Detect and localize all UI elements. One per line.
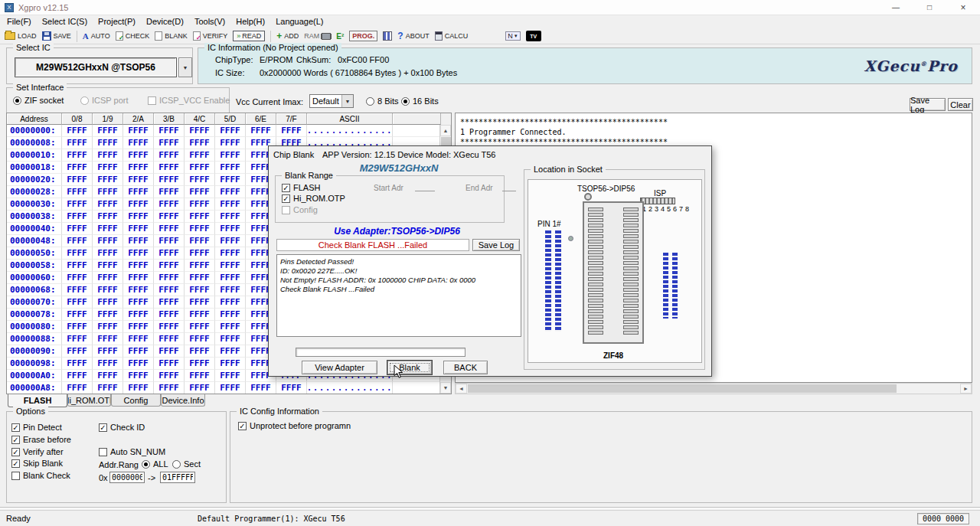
menu-item[interactable]: File(F)	[2, 15, 37, 28]
flash-checkbox[interactable]: FLASH	[282, 183, 320, 192]
hex-cell: FFFF	[185, 260, 215, 272]
tab-device-info[interactable]: Device.Info	[161, 394, 205, 407]
hex-column-header: 4/C	[185, 113, 215, 125]
verify-button[interactable]: ✓ VERIFY	[193, 29, 228, 43]
back-button[interactable]: BACK	[443, 361, 488, 374]
hex-address: 00000018:	[7, 162, 62, 174]
ic-dropdown-button[interactable]: ▼	[178, 57, 192, 77]
auto-label: AUTO	[91, 32, 110, 40]
auto-sn-checkbox[interactable]: Auto SN_NUM	[99, 447, 165, 456]
language-switch-button[interactable]: N ▼	[505, 29, 520, 43]
ic-info-group: IC Information (No Project opened) ChipT…	[198, 47, 972, 84]
checkbox-icon	[11, 423, 20, 432]
bits8-radio[interactable]: 8 Bits	[366, 96, 399, 106]
vcc-current-value: Default	[310, 96, 341, 106]
ram-button[interactable]: RAM	[304, 29, 331, 43]
scroll-down-icon[interactable]: ▼	[440, 382, 451, 394]
tab-config[interactable]: Config	[111, 394, 161, 407]
addr-from-input[interactable]	[109, 472, 145, 483]
hirom-checkbox[interactable]: Hi_ROM.OTP	[282, 194, 345, 203]
pin-detect-checkbox[interactable]: Pin Detect	[11, 423, 62, 432]
minimize-button[interactable]: —	[879, 0, 913, 15]
zif48-label: ZIF48	[603, 351, 623, 360]
menu-item[interactable]: Select IC(S)	[37, 15, 93, 28]
log-horizontal-scrollbar[interactable]: ◄ ►	[455, 383, 972, 394]
addr-sect-radio[interactable]: Sect	[172, 459, 201, 469]
unprotect-checkbox[interactable]: Unprotect before programn	[238, 421, 351, 430]
menu-item[interactable]: Device(D)	[141, 15, 189, 28]
skip-blank-checkbox[interactable]: Skip Blank	[11, 459, 63, 468]
verify-after-checkbox[interactable]: Verify after	[11, 447, 64, 456]
hex-cell: FFFF	[93, 149, 123, 162]
read-button[interactable]: » READ	[233, 31, 265, 41]
hex-cell: FFFF	[123, 296, 154, 309]
pin1-label: PIN 1#	[537, 220, 561, 228]
statusbar-divider	[0, 507, 980, 509]
menu-item[interactable]: Project(P)	[93, 15, 141, 28]
vcc-current-dropdown[interactable]: Default ▼	[309, 94, 354, 108]
save-log-button[interactable]: Save Log	[910, 98, 946, 111]
load-button[interactable]: LOAD	[5, 29, 37, 43]
menu-item[interactable]: Language(L)	[270, 15, 328, 28]
zif-slot	[588, 288, 603, 292]
zif-socket-radio[interactable]: ZIF socket	[13, 96, 64, 105]
hex-cell: FFFF	[215, 260, 246, 272]
hex-cell: FFFF	[154, 333, 185, 345]
scrollbar-thumb[interactable]	[468, 384, 897, 393]
scroll-left-icon[interactable]: ◄	[456, 384, 467, 394]
scroll-right-icon[interactable]: ►	[960, 384, 972, 394]
zif-slot	[588, 256, 603, 260]
right-pin-array-icon	[663, 253, 678, 319]
hex-cell: FFFF	[215, 137, 246, 149]
about-button[interactable]: ? ABOUT	[397, 29, 429, 43]
clear-button[interactable]: Clear	[948, 98, 973, 111]
socket-group-title: Location in Socket	[531, 165, 606, 174]
logo-main: XGecu	[864, 57, 920, 74]
dialog-save-log-button[interactable]: Save Log	[472, 239, 520, 251]
hex-cell: FFFF	[185, 333, 215, 345]
hex-cell: FFFF	[123, 309, 154, 321]
hex-cell: FFFF	[62, 247, 93, 260]
hex-cell: FFFF	[154, 198, 185, 211]
blank-check-checkbox[interactable]: Blank Check	[11, 471, 70, 480]
blank-button[interactable]: BLANK	[155, 29, 188, 43]
hex-cell: FFFF	[215, 162, 246, 174]
hex-cell: FFFF	[93, 309, 123, 321]
close-button[interactable]: ×	[946, 0, 980, 15]
scroll-up-icon[interactable]: ▲	[440, 125, 451, 136]
tv-button[interactable]: TV	[526, 31, 541, 41]
start-adr-label: Start Adr	[374, 184, 403, 192]
hex-cell: FFFF	[185, 358, 215, 370]
blank-check-label: Blank Check	[23, 471, 70, 480]
calcu-button[interactable]: CALCU	[435, 29, 469, 43]
addr-to-input[interactable]	[160, 472, 195, 483]
eeprom-button[interactable]: E²	[336, 29, 344, 43]
log-line: ****************************************…	[460, 117, 967, 127]
check-button[interactable]: ✓ CHECK	[116, 29, 150, 43]
hex-column-header: ASCII	[307, 113, 393, 125]
tab-flash[interactable]: FLASH	[8, 394, 67, 407]
socket-location-group: Location in Socket TSOP56->DIP56 ISP 123…	[524, 169, 705, 370]
maximize-button[interactable]: □	[913, 0, 946, 15]
save-button[interactable]: SAVE	[42, 29, 71, 43]
checkbox-icon	[238, 422, 247, 430]
addr-all-radio[interactable]: ALL	[142, 459, 168, 469]
check-id-checkbox[interactable]: Check ID	[99, 423, 145, 432]
menu-item[interactable]: Tools(V)	[189, 15, 230, 28]
add-button[interactable]: + ADD	[276, 29, 299, 43]
tab-hi-rom-otp[interactable]: Hi_ROM.OTP	[67, 394, 111, 407]
bits16-radio[interactable]: 16 Bits	[401, 96, 439, 106]
question-icon: ?	[397, 31, 403, 41]
prog-button[interactable]: PROG.	[349, 31, 377, 41]
auto-button[interactable]: A AUTO	[83, 29, 110, 43]
zif-slot	[623, 320, 639, 324]
hex-cell: FFFF	[62, 296, 93, 309]
mouse-cursor	[394, 364, 403, 379]
hex-cell: FFFF	[123, 137, 154, 149]
menu-item[interactable]: Help(H)	[230, 15, 270, 28]
erase-before-checkbox[interactable]: Erase before	[11, 435, 71, 444]
selected-ic-field[interactable]: M29W512GHxxN @TSOP56	[15, 57, 177, 77]
view-adapter-button[interactable]: View Adapter	[302, 361, 377, 374]
ic-test-button[interactable]	[383, 29, 392, 43]
hex-cell: FFFF	[62, 149, 93, 162]
